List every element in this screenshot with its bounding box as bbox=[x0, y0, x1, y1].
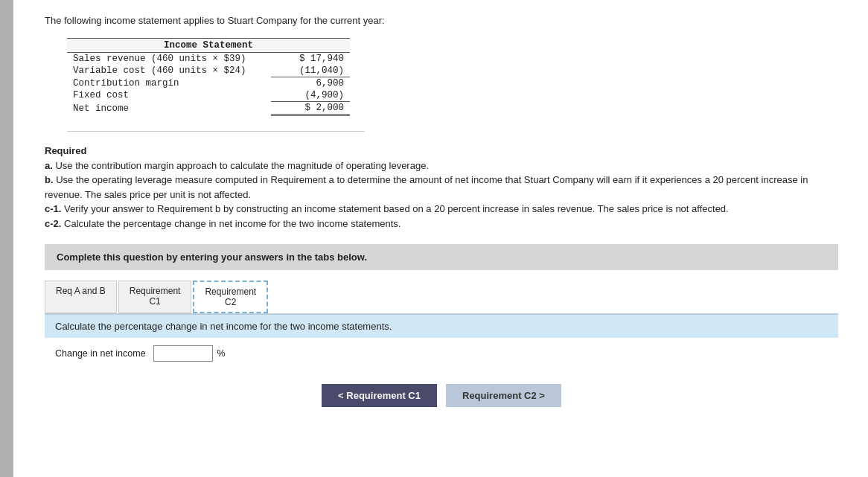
row-label-2: Contribution margin bbox=[67, 77, 271, 90]
nav-buttons: < Requirement C1 Requirement C2 > bbox=[45, 384, 838, 407]
income-statement-table: Income Statement Sales revenue (460 unit… bbox=[67, 38, 350, 116]
intro-text: The following income statement applies t… bbox=[45, 15, 838, 26]
req-part-a: a. Use the contribution margin approach … bbox=[45, 159, 838, 173]
tab-req-c2[interactable]: RequirementC2 bbox=[193, 281, 268, 313]
complete-bar: Complete this question by entering your … bbox=[45, 244, 838, 270]
row-value-3: (4,900) bbox=[271, 89, 350, 102]
income-statement-title: Income Statement bbox=[67, 39, 350, 53]
row-value-1: (11,040) bbox=[271, 65, 350, 77]
row-label-3: Fixed cost bbox=[67, 89, 271, 102]
input-label: Change in net income bbox=[55, 348, 146, 359]
required-title: Required bbox=[45, 145, 86, 156]
change-in-net-income-input[interactable] bbox=[153, 345, 213, 362]
tabs-container: Req A and B RequirementC1 RequirementC2 bbox=[45, 281, 838, 314]
row-value-2: 6,900 bbox=[271, 77, 350, 90]
req-part-c2: c-2. Calculate the percentage change in … bbox=[45, 217, 838, 231]
tab-req-c1[interactable]: RequirementC1 bbox=[118, 281, 192, 313]
tab-req-a-b[interactable]: Req A and B bbox=[45, 281, 117, 313]
row-value-0: $ 17,940 bbox=[271, 53, 350, 65]
info-bar: Calculate the percentage change in net i… bbox=[45, 314, 838, 338]
row-label-1: Variable cost (460 units × $24) bbox=[67, 65, 271, 77]
required-section: Required a. Use the contribution margin … bbox=[45, 144, 838, 231]
left-sidebar-bar bbox=[0, 0, 13, 477]
row-label-4: Net income bbox=[67, 102, 271, 115]
req-part-b: b. Use the operating leverage measure co… bbox=[45, 173, 838, 202]
next-req-c2-button[interactable]: Requirement C2 > bbox=[446, 384, 561, 407]
percent-label: % bbox=[217, 348, 226, 359]
row-label-0: Sales revenue (460 units × $39) bbox=[67, 53, 271, 65]
req-part-c1: c-1. Verify your answer to Requirement b… bbox=[45, 202, 838, 217]
prev-req-c1-button[interactable]: < Requirement C1 bbox=[322, 384, 437, 407]
row-value-4: $ 2,000 bbox=[271, 102, 350, 115]
input-row: Change in net income % bbox=[45, 338, 838, 369]
